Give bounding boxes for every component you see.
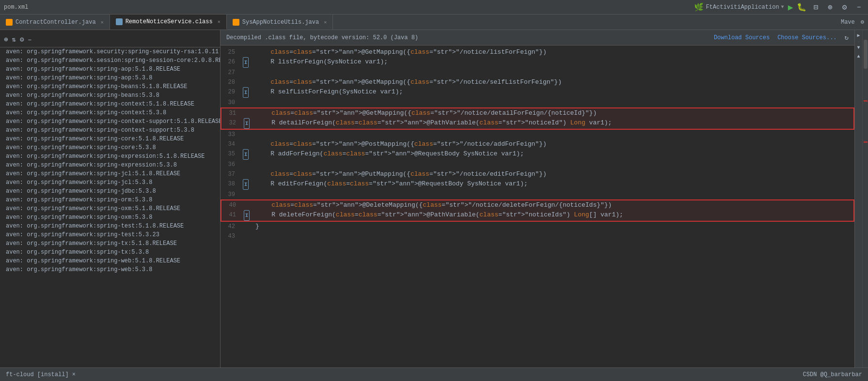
line-number: 35 xyxy=(221,149,240,159)
list-item[interactable]: aven: org.springframework:spring-test:5.… xyxy=(0,222,220,230)
tab-bar-settings-icon[interactable]: ⚙ xyxy=(861,18,864,26)
list-item[interactable]: aven: org.springframework:spring-oxm:5.3… xyxy=(0,213,220,222)
tab-contract-close[interactable]: ✕ xyxy=(101,19,104,25)
table-row: 39 xyxy=(221,190,854,199)
table-row: 38I R editForFeign(class=class="str">"an… xyxy=(221,179,854,190)
line-number: 40 xyxy=(221,200,241,210)
line-number: 38 xyxy=(221,179,240,189)
status-left: ft-cloud [install] × xyxy=(6,371,76,378)
java-icon xyxy=(6,19,13,26)
minimize-button[interactable]: – xyxy=(853,2,864,13)
table-row: 35I R addForFeign(class=class="str">"ann… xyxy=(221,149,854,160)
arrow-down-icon[interactable]: ▼ xyxy=(857,44,860,52)
list-item[interactable]: aven: org.springframework:spring-beans:5… xyxy=(0,82,220,91)
line-code: R listForFeign(SysNotice var1); xyxy=(252,57,854,67)
list-item[interactable]: aven: org.springframework:spring-core:5.… xyxy=(0,135,220,143)
list-item[interactable]: aven: org.springframework:spring-beans:5… xyxy=(0,91,220,100)
list-item[interactable]: aven: org.springframework:spring-tx:5.1.… xyxy=(0,239,220,248)
expand-button[interactable]: ⊕ xyxy=(825,1,836,13)
line-code: class=class="str">"ann">@PutMapping({cla… xyxy=(252,169,854,179)
table-row: 37 class=class="str">"ann">@PutMapping({… xyxy=(221,169,854,179)
scroll-mark-2 xyxy=(864,141,868,143)
list-item[interactable]: aven: org.springframework:spring-jcl:5.3… xyxy=(0,178,220,187)
list-item[interactable]: aven: org.springframework:spring-web:5.1… xyxy=(0,257,220,265)
list-item[interactable]: aven: org.springframework:spring-oxm:5.1… xyxy=(0,204,220,213)
gear-icon[interactable]: ⚙ xyxy=(20,35,24,44)
main-layout: ⊕ ⇅ ⚙ – aven: org.springframework.securi… xyxy=(0,30,868,367)
line-number: 29 xyxy=(221,87,240,97)
impl-icon: I xyxy=(243,87,249,98)
table-row: 28 class=class="str">"ann">@GetMapping({… xyxy=(221,77,854,87)
close-panel-icon[interactable]: – xyxy=(28,36,32,44)
left-panel-header: ⊕ ⇅ ⚙ – xyxy=(0,32,220,47)
arrow-right-icon[interactable]: ▶ xyxy=(857,32,860,40)
run-button[interactable]: ▶ xyxy=(788,2,793,13)
code-panel: Decompiled .class file, bytecode version… xyxy=(221,30,854,367)
list-item[interactable]: aven: org.springframework:spring-core:5.… xyxy=(0,143,220,152)
list-item[interactable]: aven: org.springframework:spring-aop:5.3… xyxy=(0,74,220,82)
table-row: 25 class=class="str">"ann">@GetMapping({… xyxy=(221,47,854,57)
arrow-up-icon[interactable]: ▲ xyxy=(857,53,860,61)
list-item[interactable]: aven: org.springframework.security:sprin… xyxy=(0,47,220,56)
title-bar-controls: 🌿 FtActivitiApplication ▼ ▶ 🐛 ⊟ ⊕ ⚙ – xyxy=(694,1,864,13)
line-number: 33 xyxy=(221,130,240,139)
table-row: 41I R deleteForFeign(class=class="str">"… xyxy=(221,210,854,222)
list-item[interactable]: aven: org.springframework:spring-context… xyxy=(0,126,220,135)
list-item[interactable]: aven: org.springframework:spring-express… xyxy=(0,152,220,161)
line-gutter: I xyxy=(240,57,252,68)
side-arrows: ▶ ▼ ▲ xyxy=(854,30,862,367)
vertical-scrollbar[interactable] xyxy=(862,30,868,367)
download-sources-link[interactable]: Download Sources xyxy=(714,34,770,41)
tab-remote[interactable]: RemoteNoticeService.class ✕ xyxy=(110,15,227,30)
leaf-icon: 🌿 xyxy=(694,2,704,12)
line-number: 25 xyxy=(221,47,240,57)
table-row: 34 class=class="str">"ann">@PostMapping(… xyxy=(221,139,854,149)
settings-button[interactable]: ⚙ xyxy=(839,1,850,13)
tab-remote-label: RemoteNoticeService.class xyxy=(126,18,213,25)
dropdown-arrow-icon[interactable]: ▼ xyxy=(781,4,784,10)
list-item[interactable]: aven: org.springframework:spring-jdbc:5.… xyxy=(0,187,220,196)
line-gutter: I xyxy=(241,118,253,129)
list-item[interactable]: aven: org.springframework:spring-context… xyxy=(0,100,220,108)
line-code: class=class="str">"ann">@GetMapping({cla… xyxy=(253,108,853,118)
tab-contract[interactable]: ContractController.java ✕ xyxy=(0,15,110,30)
list-item[interactable]: aven: org.springframework:spring-aop:5.1… xyxy=(0,65,220,74)
table-row: 42} xyxy=(221,222,854,231)
list-item[interactable]: aven: org.springframework:spring-jcl:5.1… xyxy=(0,169,220,178)
status-right: CSDN @Q_barbarbar xyxy=(803,371,862,378)
collapse-tree-icon[interactable]: ⊕ xyxy=(4,35,8,44)
refresh-icon[interactable]: ↻ xyxy=(845,33,849,42)
sort-icon[interactable]: ⇅ xyxy=(12,35,16,44)
list-item[interactable]: aven: org.springframework:spring-web:5.3… xyxy=(0,265,220,274)
line-number: 28 xyxy=(221,77,240,87)
impl-icon: I xyxy=(244,118,250,129)
line-number: 34 xyxy=(221,139,240,149)
scroll-thumb[interactable] xyxy=(864,40,868,69)
list-item[interactable]: aven: org.springframework:spring-context… xyxy=(0,108,220,117)
line-number: 32 xyxy=(221,118,241,128)
list-item[interactable]: aven: org.springframework:spring-tx:5.3.… xyxy=(0,248,220,257)
line-number: 41 xyxy=(221,210,241,220)
table-row: 32I R detailForFeign(class=class="str">"… xyxy=(221,118,854,130)
collapse-button[interactable]: ⊟ xyxy=(810,1,821,13)
tab-sysapp-close[interactable]: ✕ xyxy=(324,19,327,25)
debug-icon[interactable]: 🐛 xyxy=(797,2,806,12)
list-item[interactable]: aven: org.springframework:spring-orm:5.3… xyxy=(0,196,220,204)
line-code: R addForFeign(class=class="str">"ann">@R… xyxy=(252,149,854,159)
line-number: 39 xyxy=(221,190,240,199)
list-item[interactable]: aven: org.springframework.session:spring… xyxy=(0,56,220,65)
notice-actions: Download Sources Choose Sources... ↻ xyxy=(714,33,849,42)
left-panel-items: aven: org.springframework.security:sprin… xyxy=(0,47,220,274)
tab-remote-close[interactable]: ✕ xyxy=(218,19,221,25)
list-item[interactable]: aven: org.springframework:spring-test:5.… xyxy=(0,230,220,239)
tab-contract-label: ContractController.java xyxy=(16,19,96,26)
tab-sysapp[interactable]: SysAppNoticeUtils.java ✕ xyxy=(227,15,333,30)
list-item[interactable]: aven: org.springframework:spring-express… xyxy=(0,161,220,169)
line-code: class=class="str">"ann">@PostMapping({cl… xyxy=(252,139,854,149)
line-number: 37 xyxy=(221,169,240,179)
line-gutter: I xyxy=(241,210,253,221)
list-item[interactable]: aven: org.springframework:spring-context… xyxy=(0,117,220,126)
notice-bar: Decompiled .class file, bytecode version… xyxy=(221,30,854,46)
choose-sources-link[interactable]: Choose Sources... xyxy=(777,34,836,41)
code-area-wrapper: Decompiled .class file, bytecode version… xyxy=(221,30,868,367)
